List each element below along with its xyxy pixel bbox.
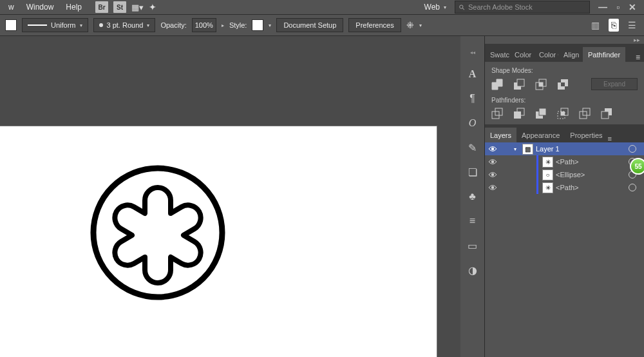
- pathfinders-label: Pathfinders:: [491, 97, 638, 104]
- search-input[interactable]: ⚲ Search Adobe Stock: [455, 1, 590, 14]
- layer-thumb: ✳: [542, 182, 553, 193]
- panel-menu-icon[interactable]: ≡: [608, 135, 612, 142]
- clubs-icon[interactable]: ♣: [467, 191, 478, 202]
- expand-button: Expand: [591, 78, 638, 90]
- document-profile[interactable]: Web▾: [424, 3, 453, 12]
- menu-window[interactable]: Window: [21, 1, 59, 14]
- disclosure-icon[interactable]: ▾: [511, 146, 520, 152]
- layer-name[interactable]: <Ellipse>: [556, 171, 629, 179]
- svg-point-22: [491, 148, 494, 150]
- svg-rect-5: [539, 82, 543, 86]
- panel-icon-column: ◂◂ A ¶ O ✎ ❏ ♣ ≡ ▭ ◑: [460, 36, 485, 357]
- arrange-icon[interactable]: ▦▾: [131, 3, 144, 12]
- divide-icon[interactable]: [491, 108, 503, 119]
- layer-name[interactable]: <Path>: [556, 158, 629, 166]
- tab-pathfinder[interactable]: Pathfinder: [583, 47, 625, 62]
- help-badge[interactable]: 55: [630, 158, 644, 175]
- search-icon: ⚲: [457, 3, 467, 12]
- opentype-panel-icon[interactable]: O: [467, 117, 478, 129]
- layers-tab-strip: Layers Appearance Properties ≡: [485, 124, 644, 142]
- minimize-button[interactable]: —: [598, 2, 607, 12]
- brushes-panel-icon[interactable]: ✎: [467, 142, 478, 153]
- target-ring[interactable]: [629, 145, 636, 153]
- close-button[interactable]: ✕: [629, 2, 636, 12]
- layer-row[interactable]: ✳ <Path>: [485, 181, 644, 194]
- layer-row-root[interactable]: ▾ ▩ Layer 1: [485, 142, 644, 155]
- svg-rect-14: [539, 108, 546, 115]
- snap-icon[interactable]: ⁜: [406, 20, 414, 30]
- pathfinder-tab-strip: Swatches Color Color Guide Align Pathfin…: [485, 44, 644, 62]
- layer-row[interactable]: ○ <Ellipse>: [485, 168, 644, 181]
- svg-point-24: [491, 173, 494, 176]
- layer-row[interactable]: ✳ <Path>: [485, 155, 644, 168]
- layer-name[interactable]: Layer 1: [536, 145, 629, 153]
- pathfinder-panel: Shape Modes: Expand Pathfinders:: [485, 62, 644, 124]
- canvas[interactable]: [0, 36, 460, 357]
- shape-modes-label: Shape Modes:: [491, 67, 638, 74]
- svg-rect-8: [561, 82, 565, 86]
- svg-point-23: [491, 160, 494, 163]
- trim-icon[interactable]: [513, 108, 525, 119]
- unite-icon[interactable]: [491, 79, 503, 90]
- character-panel-icon[interactable]: A: [467, 68, 478, 80]
- visibility-toggle[interactable]: [485, 146, 500, 152]
- stroke-weight-select[interactable]: 3 pt. Round▾: [93, 18, 156, 32]
- tab-layers[interactable]: Layers: [485, 128, 516, 142]
- fill-swatch[interactable]: [5, 19, 17, 31]
- visibility-toggle[interactable]: [485, 171, 500, 178]
- chevron-right-icon[interactable]: ▸: [222, 23, 224, 28]
- stroke-profile-select[interactable]: Uniform▾: [22, 18, 88, 32]
- visibility-toggle[interactable]: [485, 184, 500, 191]
- gpu-icon[interactable]: ✦: [149, 2, 156, 12]
- visibility-toggle[interactable]: [485, 159, 500, 165]
- layers-panel: ▾ ▩ Layer 1 ✳ <Path> ○ <Ellipse>: [485, 142, 644, 194]
- svg-rect-17: [561, 111, 565, 115]
- exclude-icon[interactable]: [557, 79, 569, 90]
- control-bar: Uniform▾ 3 pt. Round▾ Opacity: 100% ▸ St…: [0, 14, 644, 36]
- layout-icon-1[interactable]: ▥: [589, 19, 602, 32]
- stroke-panel-icon[interactable]: ≡: [467, 215, 478, 227]
- gradient-panel-icon[interactable]: ▭: [467, 240, 478, 251]
- tab-color-guide[interactable]: Color Guide: [534, 47, 558, 62]
- layer-thumb: ▩: [522, 144, 533, 155]
- bridge-buttons: Br St ▦▾ ✦: [95, 1, 156, 13]
- artboard[interactable]: [0, 126, 437, 357]
- svg-point-25: [491, 186, 494, 189]
- merge-icon[interactable]: [535, 108, 547, 119]
- panel-menu-icon[interactable]: ≡: [632, 53, 644, 62]
- stock-icon[interactable]: St: [113, 1, 126, 13]
- minus-back-icon[interactable]: [601, 108, 612, 119]
- panel-menu-icon[interactable]: ☰: [625, 19, 639, 32]
- tab-swatches[interactable]: Swatches: [485, 47, 509, 62]
- window-controls: — ▫ ✕: [598, 2, 636, 12]
- tab-align[interactable]: Align: [558, 47, 583, 62]
- style-swatch[interactable]: [252, 19, 263, 31]
- opacity-input[interactable]: 100%: [192, 18, 216, 32]
- bridge-icon[interactable]: Br: [95, 1, 108, 13]
- minus-front-icon[interactable]: [513, 79, 525, 90]
- symbols-panel-icon[interactable]: ❏: [467, 166, 478, 178]
- menu-leading-cut[interactable]: w: [3, 1, 19, 14]
- document-setup-button[interactable]: Document Setup: [276, 18, 343, 32]
- tab-properties[interactable]: Properties: [565, 128, 607, 142]
- preferences-button[interactable]: Preferences: [348, 18, 401, 32]
- artwork: [90, 165, 225, 300]
- chevron-down-icon: ▾: [444, 5, 446, 10]
- control-bar-right: ▥ ⎘ ☰: [589, 19, 639, 32]
- target-ring[interactable]: [629, 184, 636, 191]
- menu-help[interactable]: Help: [61, 1, 87, 14]
- panel-collapse[interactable]: ▸▸: [485, 36, 644, 44]
- collapse-handle[interactable]: ◂◂: [460, 49, 484, 55]
- transparency-panel-icon[interactable]: ◑: [467, 264, 478, 276]
- svg-rect-2: [517, 79, 524, 86]
- layout-icon-active[interactable]: ⎘: [609, 19, 619, 32]
- paragraph-panel-icon[interactable]: ¶: [467, 93, 478, 104]
- crop-icon[interactable]: [557, 108, 569, 119]
- vertical-scrollbar[interactable]: [451, 36, 460, 357]
- layer-name[interactable]: <Path>: [556, 184, 629, 191]
- outline-icon[interactable]: [579, 108, 591, 119]
- maximize-button[interactable]: ▫: [616, 2, 620, 12]
- tab-appearance[interactable]: Appearance: [516, 128, 565, 142]
- intersect-icon[interactable]: [535, 79, 547, 90]
- tab-color[interactable]: Color: [509, 47, 534, 62]
